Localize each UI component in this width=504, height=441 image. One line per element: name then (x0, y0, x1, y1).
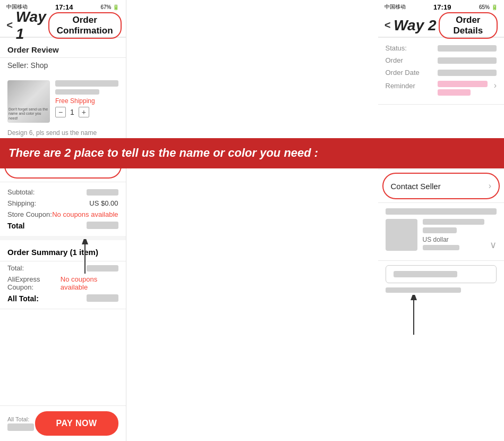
carrier-right: 中国移动 (385, 3, 406, 11)
rp-currency-label: US dollar (423, 236, 485, 243)
total-row: Total (7, 220, 118, 232)
total-label: Total (7, 222, 24, 230)
aliexpress-coupon-label: AliExpress Coupon: (7, 275, 61, 291)
nav-title-left: Order Confirmation (48, 12, 122, 39)
all-total-bottom-label: All Total: (7, 416, 35, 422)
nav-bar-right: < Way 2 Order Details (378, 14, 505, 37)
reminder-line2 (438, 89, 471, 96)
nav-title-right: Order Details (439, 12, 498, 39)
order-date-blur (438, 70, 497, 76)
divider5 (0, 309, 126, 309)
total-value-blur (87, 222, 118, 229)
quantity-increase[interactable]: + (79, 107, 89, 117)
reminder-line1 (438, 81, 488, 87)
rp-top-blur (386, 208, 497, 215)
battery-right: 65% 🔋 (479, 4, 498, 10)
order-info-section: Status: Order Order Date Reminder › (378, 38, 505, 104)
product-image: Don't forget send us thename and color y… (7, 80, 50, 123)
bottom-total: All Total: (7, 416, 35, 431)
order-num-row: Order (378, 54, 505, 66)
time-left: 17:14 (55, 3, 73, 11)
reminder-content (438, 81, 488, 98)
summary-total-label: Total: (7, 264, 24, 272)
aliexpress-coupon-row: AliExpress Coupon: No coupons available (7, 274, 118, 293)
order-summary-header: Order Summary (1 item) (0, 240, 126, 261)
back-arrow-left[interactable]: < (6, 19, 13, 31)
product-img-overlay: Don't forget send us thename and color y… (8, 107, 50, 121)
aliexpress-coupon-value: No coupons available (61, 275, 118, 291)
contact-seller-label: Contact Seller (391, 182, 441, 191)
free-shipping-label: Free Shipping (55, 97, 118, 105)
order-date-label: Order Date (386, 69, 433, 77)
product-details: Free Shipping − 1 + (55, 80, 118, 117)
quantity-value: 1 (70, 108, 74, 116)
rp-detail-line2 (423, 227, 457, 233)
right-panel: 中国移动 17:19 65% 🔋 < Way 2 Order Details S… (378, 0, 505, 441)
subtotal-row: Subtotal: (7, 186, 118, 198)
pay-now-bar: All Total: PAY NOW (0, 405, 126, 441)
reminder-label: Reminder (386, 82, 433, 90)
product-row: Don't forget send us thename and color y… (0, 75, 126, 128)
rp-qty-dropdown[interactable]: ∨ (490, 239, 497, 251)
battery-left: 67% 🔋 (100, 4, 119, 10)
status-value-blur (438, 45, 497, 52)
store-coupon-value: No coupons available (52, 210, 118, 218)
status-row: Status: (378, 42, 505, 54)
seller-shop: Shop (31, 61, 48, 70)
rp-price-blur (423, 245, 460, 250)
arrow-annotation-left (69, 239, 101, 276)
rp-blur-row1 (386, 208, 497, 215)
rp-detail-line1 (423, 219, 485, 225)
seller-label: Seller: (7, 61, 29, 70)
way1-label: Way 1 (16, 9, 46, 43)
right-bottom-input[interactable] (386, 265, 497, 283)
shipping-value: US $0.00 (89, 199, 118, 207)
contact-seller-row[interactable]: Contact Seller › (382, 173, 500, 199)
main-container: 中国移动 17:14 67% 🔋 < Way 1 Order Confirmat… (0, 0, 504, 441)
all-total-blur (87, 294, 118, 302)
dropdown-chevron-icon: ∨ (490, 239, 497, 251)
order-label: Order (386, 56, 433, 64)
reminder-row: Reminder › (378, 79, 505, 100)
store-coupon-row: Store Coupon: No coupons available (7, 209, 118, 220)
bottom-extra-blur (386, 287, 462, 293)
reminder-chevron: › (494, 81, 497, 90)
rp-product-details: US dollar (423, 219, 485, 250)
shipping-row: Shipping: US $0.00 (7, 198, 118, 209)
all-total-row: All Total: (7, 293, 118, 304)
pay-now-button[interactable]: PAY NOW (35, 411, 118, 436)
time-right: 17:19 (433, 3, 451, 11)
subtotal-value-blur (87, 189, 118, 196)
all-total-bottom-value (7, 423, 34, 431)
order-num-blur (438, 57, 497, 64)
status-label: Status: (386, 44, 433, 52)
way2-label: Way 2 (394, 17, 436, 34)
summary-total-row: Total: (7, 262, 118, 274)
nav-bar-left: < Way 1 Order Confirmation (0, 14, 126, 37)
quantity-control: − 1 + (55, 107, 118, 117)
back-arrow-right[interactable]: < (385, 19, 391, 31)
rp-product-image (386, 219, 417, 251)
product-subtitle-blur (55, 89, 99, 95)
seller-row: Seller: Shop (0, 58, 126, 75)
order-date-row: Order Date (378, 66, 505, 79)
right-product-area: US dollar ∨ (378, 203, 505, 260)
pricing-section: Subtotal: Shipping: US $0.00 Store Coupo… (0, 182, 126, 236)
arrow-annotation-right (398, 295, 430, 337)
divider-right4 (378, 260, 505, 261)
thick-divider (0, 236, 126, 240)
all-total-label: All Total: (7, 294, 39, 303)
shipping-label: Shipping: (7, 199, 36, 207)
store-coupon-label: Store Coupon: (7, 210, 52, 218)
rp-product-row: US dollar ∨ (386, 219, 497, 251)
contact-seller-chevron-icon: › (489, 181, 491, 191)
subtotal-label: Subtotal: (7, 188, 35, 196)
hero-banner: There are 2 place to tell us the name or… (0, 138, 504, 168)
order-summary-rows: Total: AliExpress Coupon: No coupons ava… (0, 261, 126, 309)
quantity-decrease[interactable]: − (55, 107, 66, 117)
product-title-blur (55, 80, 118, 87)
bottom-input-blur (394, 271, 457, 277)
left-panel: 中国移动 17:14 67% 🔋 < Way 1 Order Confirmat… (0, 0, 126, 441)
